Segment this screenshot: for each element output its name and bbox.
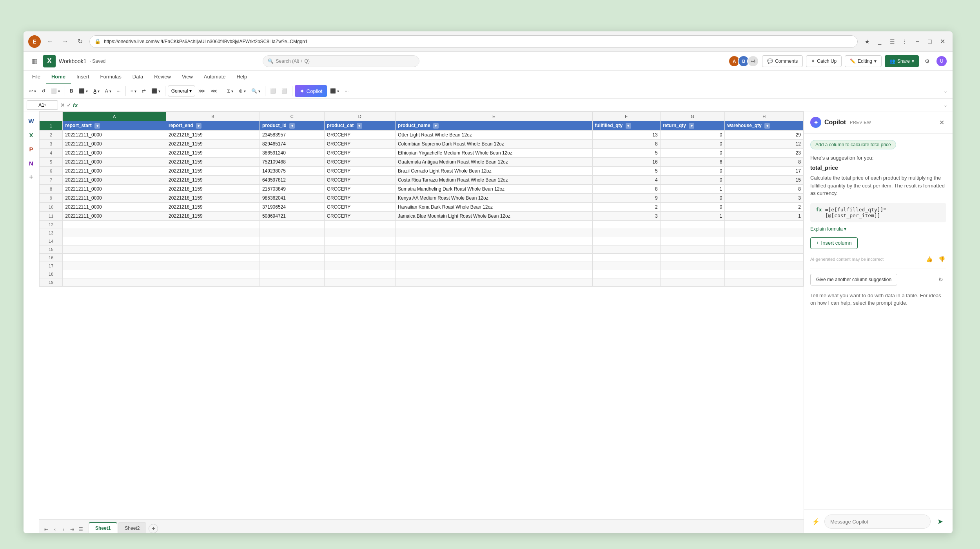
another-suggestion-btn[interactable]: Give me another column suggestion [810, 274, 897, 285]
view-options-btn[interactable]: ⬛ ▾ [328, 85, 341, 97]
cell-r10-c5[interactable]: 2 [592, 203, 660, 212]
cell-r10-c3[interactable]: GROCERY [324, 203, 395, 212]
cell-r17-c2[interactable] [260, 262, 324, 270]
copilot-close-btn[interactable]: ✕ [937, 118, 946, 127]
tab-help[interactable]: Help [231, 71, 252, 84]
cell-r17-c4[interactable] [395, 262, 592, 270]
cell-styles-btn[interactable]: ⬜ [268, 85, 278, 97]
cell-r6-c5[interactable]: 5 [592, 167, 660, 176]
number-format-dropdown[interactable]: General ▾ [168, 85, 196, 96]
browser-more-btn[interactable]: ⋮ [899, 36, 910, 47]
cell-r13-c2[interactable] [260, 229, 324, 237]
cell-r13-c1[interactable] [166, 229, 260, 237]
add-sheet-btn[interactable]: + [149, 524, 158, 533]
filter-icon-product-cat[interactable]: ▾ [357, 123, 362, 129]
merge-btn[interactable]: ⬛ ▾ [149, 85, 163, 97]
col-header-B[interactable]: B [166, 112, 260, 121]
col-header-H[interactable]: H [725, 112, 804, 121]
cell-r5-c2[interactable]: 752109468 [260, 158, 324, 167]
cell-r5-c6[interactable]: 6 [660, 158, 725, 167]
cell-r17-c5[interactable] [592, 262, 660, 270]
cell-r9-c4[interactable]: Kenya AA Medium Roast Whole Bean 12oz [395, 194, 592, 203]
cancel-formula-btn[interactable]: ✕ [60, 102, 65, 108]
col-header-A[interactable]: A [63, 112, 166, 121]
cell-r15-c7[interactable] [725, 245, 804, 254]
cell-r12-c6[interactable] [660, 221, 725, 229]
cell-r5-c7[interactable]: 8 [725, 158, 804, 167]
thumbs-up-btn[interactable]: 👍 [924, 255, 934, 264]
cell-r14-c0[interactable] [63, 237, 166, 245]
cell-r16-c2[interactable] [260, 254, 324, 262]
add-app-btn[interactable]: + [25, 171, 38, 184]
cell-r5-c0[interactable]: 202212111_0000 [63, 158, 166, 167]
cell-r14-c1[interactable] [166, 237, 260, 245]
editing-button[interactable]: ✏️ Editing ▾ [845, 55, 882, 67]
fill-color-btn[interactable]: A̲ ▾ [91, 85, 102, 97]
cell-r8-c2[interactable]: 215703849 [260, 185, 324, 194]
cell-r2-c3[interactable]: GROCERY [324, 131, 395, 140]
cell-r19-c5[interactable] [592, 278, 660, 287]
cell-r5-c1[interactable]: 20221218_1159 [166, 158, 260, 167]
refresh-button[interactable]: ↻ [74, 36, 85, 47]
cell-r11-c5[interactable]: 3 [592, 212, 660, 221]
cell-r2-c7[interactable]: 29 [725, 131, 804, 140]
tab-home[interactable]: Home [46, 71, 71, 84]
cell-r4-c3[interactable]: GROCERY [324, 149, 395, 158]
increase-decimal-btn[interactable]: ⋙ [196, 85, 207, 97]
col-header-G[interactable]: G [660, 112, 725, 121]
cell-r19-c6[interactable] [660, 278, 725, 287]
ribbon-more-btn[interactable]: ··· [342, 85, 351, 97]
cell-r9-c2[interactable]: 985362041 [260, 194, 324, 203]
filter-icon-fulfilled-qty[interactable]: ▾ [626, 123, 631, 129]
cell-r8-c7[interactable]: 8 [725, 185, 804, 194]
cell-r16-c5[interactable] [592, 254, 660, 262]
cell-r19-c2[interactable] [260, 278, 324, 287]
header-product-id[interactable]: product_id ▾ [260, 121, 324, 131]
cell-r10-c6[interactable]: 0 [660, 203, 725, 212]
cell-r11-c6[interactable]: 1 [660, 212, 725, 221]
cell-r19-c7[interactable] [725, 278, 804, 287]
tab-file[interactable]: File [27, 71, 46, 84]
cell-r17-c3[interactable] [324, 262, 395, 270]
excel-search[interactable]: 🔍 Search (Alt + Q) [263, 55, 419, 67]
sheet-tab-sheet1[interactable]: Sheet1 [89, 522, 117, 533]
col-header-C[interactable]: C [260, 112, 324, 121]
cell-r18-c5[interactable] [592, 270, 660, 278]
cell-r16-c1[interactable] [166, 254, 260, 262]
cell-r8-c4[interactable]: Sumatra Mandheling Dark Roast Whole Bean… [395, 185, 592, 194]
cell-r3-c1[interactable]: 20221218_1159 [166, 140, 260, 149]
cell-r2-c5[interactable]: 13 [592, 131, 660, 140]
cell-r2-c0[interactable]: 202212111_0000 [63, 131, 166, 140]
cell-r3-c5[interactable]: 8 [592, 140, 660, 149]
cell-r6-c7[interactable]: 17 [725, 167, 804, 176]
cell-r7-c4[interactable]: Costa Rica Tarrazu Medium Roast Whole Be… [395, 176, 592, 185]
browser-profile-avatar[interactable]: E [28, 35, 41, 48]
header-warehouse-qty[interactable]: warehouse_qty ▾ [725, 121, 804, 131]
cell-r3-c6[interactable]: 0 [660, 140, 725, 149]
cell-r6-c0[interactable]: 202212111_0000 [63, 167, 166, 176]
tab-formulas[interactable]: Formulas [95, 71, 127, 84]
thumbs-down-btn[interactable]: 👎 [937, 255, 946, 264]
cell-r15-c0[interactable] [63, 245, 166, 254]
cell-r16-c7[interactable] [725, 254, 804, 262]
more-btn-1[interactable]: ··· [114, 85, 123, 97]
cell-r12-c5[interactable] [592, 221, 660, 229]
wrap-btn[interactable]: ⇄ [140, 85, 148, 97]
cell-r19-c4[interactable] [395, 278, 592, 287]
cell-r6-c4[interactable]: Brazil Cerrado Light Roast Whole Bean 12… [395, 167, 592, 176]
sheet-list-btn[interactable]: ☰ [77, 525, 85, 533]
cell-r16-c6[interactable] [660, 254, 725, 262]
cell-r4-c0[interactable]: 202212111_0000 [63, 149, 166, 158]
cell-r4-c4[interactable]: Ethiopian Yirgacheffe Medium Roast Whole… [395, 149, 592, 158]
cell-r2-c4[interactable]: Otter Light Roast Whole Bean 12oz [395, 131, 592, 140]
cell-r15-c6[interactable] [660, 245, 725, 254]
settings-icon[interactable]: ⚙ [922, 56, 933, 67]
cell-r4-c2[interactable]: 386591240 [260, 149, 324, 158]
cell-r17-c0[interactable] [63, 262, 166, 270]
cell-r7-c3[interactable]: GROCERY [324, 176, 395, 185]
cell-r11-c2[interactable]: 508694721 [260, 212, 324, 221]
formula-input[interactable] [80, 100, 939, 110]
cell-r18-c6[interactable] [660, 270, 725, 278]
header-report-start[interactable]: report_start ▾ [63, 121, 166, 131]
font-color-btn[interactable]: A ▾ [103, 85, 114, 97]
